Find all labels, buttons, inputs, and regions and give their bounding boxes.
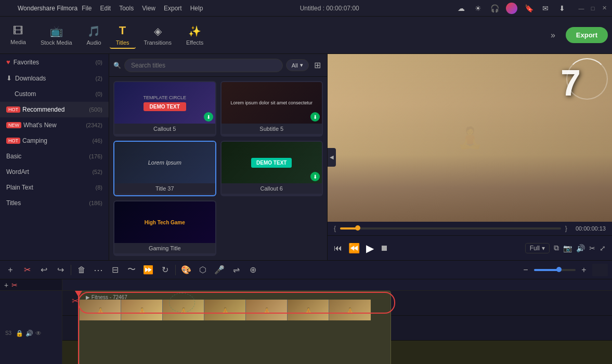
timeline-tracks: 00:00:02:00 00:00:04:00 00:00:06:00 00:0… xyxy=(62,279,612,364)
stock-media-label: Stock Media xyxy=(41,39,72,46)
delete-button[interactable]: 🗑 xyxy=(75,264,88,276)
menu-help[interactable]: Help xyxy=(190,5,203,12)
sidebar-item-custom[interactable]: Custom (0) xyxy=(0,86,109,102)
sun-icon[interactable]: ☀ xyxy=(473,3,483,14)
track-3-lock-icon[interactable]: 🔒 xyxy=(16,330,23,337)
scissors-button[interactable]: ✂ xyxy=(21,264,33,276)
mask-button[interactable]: ⬡ xyxy=(197,264,209,276)
sidebar-item-titles[interactable]: Titles (186) xyxy=(0,195,109,211)
wordart-count: (52) xyxy=(92,169,102,175)
titles-label: Titles xyxy=(116,39,129,46)
menu-export[interactable]: Export xyxy=(164,5,182,12)
chevron-down-icon: ▾ xyxy=(542,245,545,252)
zoom-label: Full xyxy=(530,245,540,252)
title-card-title37[interactable]: Lorem Ipsum Title 37 xyxy=(113,141,216,196)
title-card-callout6[interactable]: DEMO TEXT ⬇ Callout 6 xyxy=(220,141,323,196)
sidebar-item-wordart[interactable]: WordArt (52) xyxy=(0,164,109,180)
clock-decoration xyxy=(566,58,608,100)
skip-back-button[interactable]: ⏮ xyxy=(334,244,342,253)
rotation-button[interactable]: ↻ xyxy=(159,264,171,276)
add-track-button[interactable]: + xyxy=(4,264,17,276)
audio-icon: 🎵 xyxy=(87,25,100,37)
sidebar-item-camping[interactable]: HOT Camping (46) xyxy=(0,133,109,149)
download-icon[interactable]: ⬇ xyxy=(557,3,567,14)
menu-tools[interactable]: Tools xyxy=(119,5,134,12)
waveform-button[interactable]: 〜 xyxy=(125,264,138,276)
screenshot-button[interactable]: 📷 xyxy=(563,244,572,252)
zoom-out-button[interactable]: − xyxy=(519,264,532,276)
clip-button[interactable]: ✂ xyxy=(589,244,595,252)
redo-button[interactable]: ↪ xyxy=(54,264,67,276)
panel-collapse-button[interactable]: ◀ xyxy=(328,148,336,167)
sidebar-item-downloads[interactable]: ⬇ Downloads (2) xyxy=(0,70,109,86)
export-button[interactable]: Export xyxy=(566,27,608,43)
toolbar-effects[interactable]: ✨ Effects xyxy=(180,23,210,48)
minimize-button[interactable]: — xyxy=(578,5,585,12)
toolbar-stock-media[interactable]: 📺 Stock Media xyxy=(34,23,79,48)
toolbar-audio[interactable]: 🎵 Audio xyxy=(81,23,108,48)
sidebar-item-recommended[interactable]: HOT Recommended (500) xyxy=(0,102,109,117)
titles-panel: 🔍 All ▾ ⊞ TEMPLATE CIRCLE DEMO TEXT ⬇ Ca… xyxy=(109,54,328,260)
step-back-button[interactable]: ⏪ xyxy=(348,242,360,254)
video-thumb-7: 🧘 xyxy=(329,300,371,320)
scissors-track-icon[interactable]: ✂ xyxy=(11,281,18,289)
profile-icon[interactable] xyxy=(506,3,517,14)
filter-dropdown[interactable]: All ▾ xyxy=(286,59,309,71)
title-card-callout5[interactable]: TEMPLATE CIRCLE DEMO TEXT ⬇ Callout 5 xyxy=(113,81,216,137)
toolbar-separator-2 xyxy=(175,265,176,275)
sidebar-item-plaintext[interactable]: Plain Text (8) xyxy=(0,180,109,195)
favorites-count: (0) xyxy=(96,59,102,65)
video-thumb-5: 🧘 xyxy=(246,300,288,320)
split-button[interactable]: ⊟ xyxy=(109,264,121,276)
bookmark-icon[interactable]: 🔖 xyxy=(524,3,534,14)
undo-button[interactable]: ↩ xyxy=(37,264,50,276)
cloud-icon[interactable]: ☁ xyxy=(456,3,466,14)
ripple-button[interactable]: ⋯ xyxy=(92,264,105,276)
stop-button[interactable]: ⏹ xyxy=(380,244,388,253)
camping-count: (46) xyxy=(92,138,102,144)
speed-button[interactable]: ⏩ xyxy=(142,264,154,276)
sidebar-item-favorites[interactable]: ♥ Favorites (0) xyxy=(0,54,109,70)
maximize-button[interactable]: □ xyxy=(589,5,596,12)
filter-label: All xyxy=(292,62,298,69)
sidebar-item-whatsnew[interactable]: NEW What's New (2342) xyxy=(0,117,109,133)
mail-icon[interactable]: ✉ xyxy=(540,3,551,14)
toolbar-titles[interactable]: T Titles xyxy=(110,22,136,49)
title-card-gaming[interactable]: High Tech Game Gaming Title xyxy=(113,200,216,256)
sidebar-item-basic[interactable]: Basic (176) xyxy=(0,149,109,164)
menu-edit[interactable]: Edit xyxy=(100,5,111,12)
track-3-mute-icon[interactable]: 🔊 xyxy=(25,330,33,337)
timeline-mode-button[interactable] xyxy=(592,264,608,276)
track-3-eye-icon[interactable]: 👁 xyxy=(35,330,42,337)
preview-progress-bar[interactable] xyxy=(340,227,561,230)
volume-button[interactable]: 🔊 xyxy=(576,244,585,252)
fullscreen-button[interactable]: ⤢ xyxy=(600,244,606,252)
audio-track-button[interactable]: 🎤 xyxy=(213,264,226,276)
toolbar-expand-button[interactable]: » xyxy=(546,29,559,42)
zoom-select[interactable]: Full ▾ xyxy=(525,243,550,253)
subtitle-track-button[interactable]: ⊕ xyxy=(246,264,259,276)
video-clip[interactable]: ▶ Fitness - 72467 🧘 🧘 🧘 🧘 🧘 🧘 🧘 xyxy=(79,291,391,364)
headphone-icon[interactable]: 🎧 xyxy=(489,3,500,14)
add-track-icon[interactable]: + xyxy=(4,281,8,289)
toolbar-transitions[interactable]: ◈ Transitions xyxy=(138,23,178,48)
zoom-slider[interactable] xyxy=(534,269,576,271)
toolbar-media[interactable]: 🎞 Media xyxy=(4,23,32,47)
search-input[interactable] xyxy=(124,59,283,72)
play-button[interactable]: ▶ xyxy=(366,242,374,254)
color-button[interactable]: 🎨 xyxy=(180,264,192,276)
gaming-label: Gaming Title xyxy=(114,243,215,253)
app-name: Wondershare Filmora xyxy=(18,5,77,12)
video-thumb-3: 🧘 xyxy=(163,300,204,320)
zoom-in-button[interactable]: + xyxy=(578,264,590,276)
menu-view[interactable]: View xyxy=(142,5,155,12)
title-card-subtitle5[interactable]: Lorem ipsum dolor sit amet consectetur ⬇… xyxy=(220,81,323,137)
grid-view-icon[interactable]: ⊞ xyxy=(312,58,323,72)
audio-sync-button[interactable]: ⇌ xyxy=(230,264,242,276)
pip-button[interactable]: ⧉ xyxy=(554,244,559,252)
playback-controls: ⏮ ⏪ ▶ ⏹ Full ▾ ⧉ 📷 🔊 ✂ ⤢ xyxy=(328,235,612,260)
callout6-label: Callout 6 xyxy=(222,183,322,194)
close-button[interactable]: ✕ xyxy=(601,5,608,12)
menu-file[interactable]: File xyxy=(82,5,92,12)
basic-label: Basic xyxy=(6,153,21,160)
